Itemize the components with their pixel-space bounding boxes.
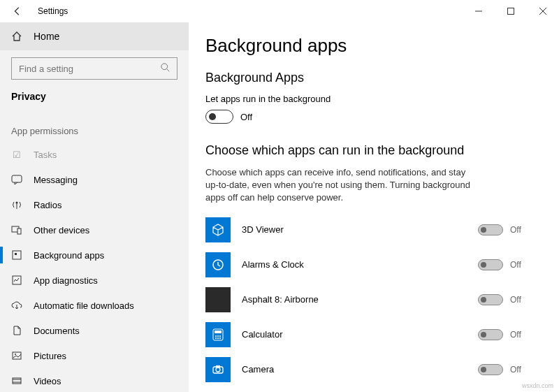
svg-point-21 (219, 335, 221, 337)
app-icon (205, 252, 231, 277)
home-icon (11, 31, 22, 42)
nav-background-apps[interactable]: Background apps (0, 242, 189, 268)
minimize-button[interactable] (463, 0, 495, 22)
subheading-master: Background Apps (205, 71, 542, 85)
content-area: Background apps Background Apps Let apps… (189, 22, 559, 392)
app-row: Asphalt 8: Airborne Off (205, 287, 527, 312)
svg-rect-4 (12, 175, 22, 182)
svg-point-24 (219, 337, 221, 339)
svg-point-5 (16, 202, 18, 204)
description: Choose which apps can receive info, send… (205, 166, 471, 205)
app-toggle[interactable] (478, 294, 503, 305)
home-nav[interactable]: Home (0, 22, 189, 50)
master-toggle[interactable] (205, 110, 233, 124)
app-icon (205, 287, 231, 312)
nav-pictures[interactable]: Pictures (0, 343, 189, 368)
window-title: Settings (38, 6, 68, 16)
close-icon (539, 8, 546, 15)
app-icon (205, 357, 231, 382)
search-input[interactable] (11, 57, 177, 80)
app-name: Alarms & Clock (242, 259, 467, 270)
minimize-icon (475, 8, 482, 15)
arrow-left-icon (13, 6, 22, 16)
app-row: Camera Off (205, 357, 527, 382)
nav-documents[interactable]: Documents (0, 318, 189, 343)
svg-point-22 (215, 337, 217, 339)
master-toggle-label: Let apps run in the background (205, 94, 542, 104)
app-toggle[interactable] (478, 259, 503, 270)
page-title: Background apps (205, 35, 542, 57)
radios-icon (11, 199, 22, 210)
app-toggle[interactable] (478, 364, 503, 375)
home-label: Home (34, 31, 59, 42)
back-button[interactable] (7, 6, 28, 16)
svg-point-19 (215, 335, 217, 337)
app-toggle[interactable] (478, 224, 503, 235)
devices-icon (11, 224, 22, 235)
app-toggle-state: Off (510, 225, 527, 235)
nav-auto-downloads[interactable]: Automatic file downloads (0, 293, 189, 318)
svg-point-20 (217, 335, 219, 337)
app-toggle-state: Off (510, 330, 527, 340)
subheading-choose: Choose which apps can run in the backgro… (205, 143, 542, 158)
nav-app-diagnostics[interactable]: App diagnostics (0, 268, 189, 293)
app-toggle-state: Off (510, 260, 527, 270)
app-toggle-state: Off (510, 365, 527, 375)
nav-tasks[interactable]: ☑Tasks (0, 142, 189, 167)
app-icon (205, 217, 231, 242)
app-name: 3D Viewer (242, 224, 467, 235)
nav-messaging[interactable]: Messaging (0, 167, 189, 192)
svg-point-26 (216, 368, 220, 372)
svg-rect-27 (216, 365, 220, 368)
maximize-button[interactable] (495, 0, 527, 22)
svg-rect-1 (508, 8, 514, 15)
section-group: App permissions (0, 108, 189, 142)
master-toggle-state: Off (240, 112, 252, 122)
app-icon (205, 322, 231, 347)
app-name: Camera (242, 364, 467, 375)
messaging-icon (11, 174, 22, 185)
videos-icon (11, 375, 22, 386)
svg-rect-7 (17, 228, 21, 234)
app-row: Alarms & Clock Off (205, 252, 527, 277)
tasks-icon: ☑ (11, 149, 22, 160)
section-title: Privacy (0, 84, 189, 108)
svg-rect-9 (15, 253, 17, 255)
sidebar: Home Privacy App permissions ☑Tasks Mess… (0, 22, 189, 392)
svg-rect-18 (215, 331, 222, 333)
maximize-icon (507, 8, 514, 15)
app-name: Calculator (242, 329, 467, 340)
app-row: 3D Viewer Off (205, 217, 527, 242)
nav-videos[interactable]: Videos (0, 368, 189, 392)
nav-radios[interactable]: Radios (0, 192, 189, 217)
document-icon (11, 325, 22, 336)
svg-point-12 (15, 354, 16, 355)
cloud-download-icon (11, 300, 22, 311)
pictures-icon (11, 350, 22, 361)
svg-point-23 (217, 337, 219, 339)
watermark: wsxdn.com (522, 382, 553, 389)
svg-rect-13 (13, 378, 21, 384)
app-name: Asphalt 8: Airborne (242, 294, 467, 305)
app-row: Calculator Off (205, 322, 527, 347)
background-apps-icon (11, 249, 22, 261)
app-toggle-state: Off (510, 295, 527, 305)
svg-rect-10 (13, 276, 21, 284)
diagnostics-icon (11, 275, 22, 286)
nav-list[interactable]: ☑Tasks Messaging Radios Other devices Ba… (0, 142, 189, 392)
app-toggle[interactable] (478, 329, 503, 340)
close-button[interactable] (527, 0, 559, 22)
nav-other-devices[interactable]: Other devices (0, 217, 189, 242)
app-list: 3D Viewer Off Alarms & Clock Off Asphalt… (205, 217, 542, 392)
